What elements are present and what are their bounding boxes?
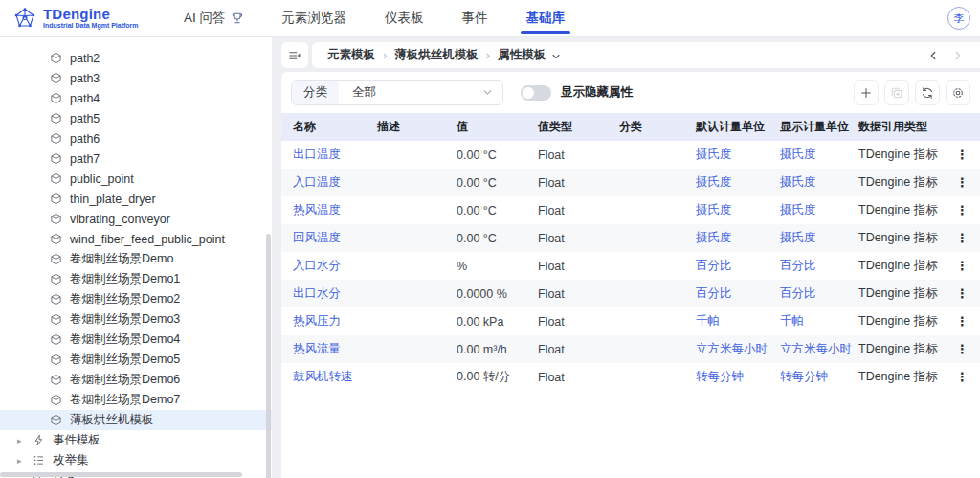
attr-name-link[interactable]: 热风流量 (293, 342, 341, 355)
nav-item-base-library[interactable]: 基础库 (526, 0, 566, 36)
breadcrumb-attribute-templates[interactable]: 属性模板 (498, 47, 546, 63)
sidebar-item-path3[interactable]: path3 (0, 68, 272, 88)
attr-name-link[interactable]: 出口温度 (293, 148, 341, 161)
tree-item-label: 卷烟制丝场景Demo4 (70, 331, 180, 348)
row-actions-menu[interactable]: ⋮ (956, 232, 969, 244)
row-actions-menu[interactable]: ⋮ (956, 343, 969, 355)
attr-value: 0.00 °C (445, 196, 526, 224)
nav-item-dashboards[interactable]: 仪表板 (385, 0, 424, 36)
sidebar-horizontal-scrollbar[interactable] (0, 472, 242, 477)
collapse-sidebar-icon (288, 49, 301, 62)
sidebar-group-enum-sets[interactable]: ▸ 枚举集 (0, 450, 272, 470)
attr-default-unit[interactable]: 转每分钟 (684, 363, 768, 391)
cube-icon (50, 72, 62, 84)
nav-item-ai-qa[interactable]: AI 问答 (184, 0, 244, 36)
attr-display-unit[interactable]: 立方米每小时 (768, 335, 847, 363)
copy-attribute-button[interactable] (884, 80, 909, 105)
attr-default-unit[interactable]: 摄氏度 (684, 169, 768, 196)
category-filter-label: 分类 (292, 81, 339, 104)
sidebar-vertical-scrollbar[interactable] (266, 234, 271, 478)
app-header: TDengine Industrial Data Mgmt Platform A… (0, 0, 980, 37)
attr-value-type: Float (526, 252, 608, 280)
history-forward-icon[interactable] (951, 49, 965, 62)
sidebar-item-demo7[interactable]: 卷烟制丝场景Demo7 (0, 390, 272, 410)
category-filter-value: 全部 (339, 84, 481, 101)
sidebar-item-path6[interactable]: path6 (0, 128, 272, 148)
row-actions-menu[interactable]: ⋮ (956, 204, 969, 216)
table-row: 出口水分 0.0000 % Float 百分比 百分比 TDengine 指标 … (281, 280, 980, 307)
sidebar-item-thin-plate-dryer[interactable]: thin_plate_dryer (0, 189, 272, 209)
attr-default-unit[interactable]: 立方米每小时 (684, 335, 768, 363)
sidebar-item-path7[interactable]: path7 (0, 148, 272, 169)
attr-name-link[interactable]: 出口水分 (293, 286, 341, 300)
attr-default-unit[interactable]: 千帕 (684, 307, 768, 335)
attr-default-unit[interactable]: 摄氏度 (684, 224, 768, 252)
attr-name-link[interactable]: 热风温度 (293, 203, 341, 216)
row-actions-menu[interactable]: ⋮ (956, 287, 969, 300)
attr-display-unit[interactable]: 摄氏度 (768, 196, 847, 224)
nav-item-events[interactable]: 事件 (462, 0, 488, 36)
history-back-icon[interactable] (926, 49, 940, 62)
row-actions-menu[interactable]: ⋮ (956, 176, 969, 189)
row-actions-menu[interactable]: ⋮ (956, 260, 969, 272)
sidebar-item-thin-plate-drying-template[interactable]: 薄板烘丝机模板 (0, 410, 272, 430)
table-settings-button[interactable] (946, 80, 970, 105)
breadcrumb-bar: 元素模板 › 薄板烘丝机模板 › 属性模板 (281, 42, 980, 68)
attr-data-ref-type: TDengine 指标 (847, 252, 945, 280)
attr-display-unit[interactable]: 千帕 (768, 307, 847, 335)
attr-name-link[interactable]: 回风温度 (293, 231, 341, 244)
sidebar-item-demo4[interactable]: 卷烟制丝场景Demo4 (0, 330, 272, 350)
enum-list-icon (33, 454, 45, 467)
sidebar-collapse-button[interactable] (281, 42, 308, 68)
attr-default-unit[interactable]: 摄氏度 (684, 141, 768, 169)
attr-display-unit[interactable]: 摄氏度 (768, 141, 847, 169)
sidebar-item-vibrating-conveyor[interactable]: vibrating_conveyor (0, 209, 272, 229)
cube-icon (50, 213, 62, 225)
sidebar-item-demo6[interactable]: 卷烟制丝场景Demo6 (0, 370, 272, 390)
sidebar-group-event-templates[interactable]: ▸ 事件模板 (0, 430, 272, 450)
sidebar-item-demo5[interactable]: 卷烟制丝场景Demo5 (0, 350, 272, 370)
breadcrumb-element-templates[interactable]: 元素模板 (327, 47, 375, 63)
breadcrumb-template-name[interactable]: 薄板烘丝机模板 (394, 47, 479, 63)
attr-display-unit[interactable]: 摄氏度 (768, 224, 847, 252)
attr-display-unit[interactable]: 转每分钟 (768, 363, 847, 391)
attr-data-ref-type: TDengine 指标 (847, 307, 945, 335)
sidebar-item-wind-fiber-feed-public-point[interactable]: wind_fiber_feed_public_point (0, 229, 272, 249)
attr-name-link[interactable]: 入口温度 (293, 175, 341, 189)
attr-default-unit[interactable]: 百分比 (684, 252, 768, 280)
attr-name-link[interactable]: 鼓风机转速 (293, 370, 353, 383)
attr-name-link[interactable]: 热风压力 (293, 314, 341, 328)
brand-logo[interactable]: TDengine Industrial Data Mgmt Platform (0, 7, 184, 30)
sidebar-item-path5[interactable]: path5 (0, 108, 272, 128)
user-avatar[interactable]: 李 (947, 7, 970, 30)
table-row: 回风温度 0.00 °C Float 摄氏度 摄氏度 TDengine 指标 ⋮ (281, 224, 980, 252)
refresh-button[interactable] (915, 80, 940, 105)
row-actions-menu[interactable]: ⋮ (956, 148, 969, 161)
attr-display-unit[interactable]: 百分比 (768, 280, 847, 307)
attr-name-link[interactable]: 入口水分 (293, 259, 341, 272)
attr-desc (366, 169, 445, 196)
attr-default-unit[interactable]: 百分比 (684, 280, 768, 307)
cube-icon (50, 374, 62, 386)
expand-caret-icon[interactable]: ▸ (17, 436, 25, 445)
attr-display-unit[interactable]: 摄氏度 (768, 169, 847, 196)
sidebar-item-demo1[interactable]: 卷烟制丝场景Demo1 (0, 269, 272, 289)
sidebar-item-public-point[interactable]: public_point (0, 169, 272, 189)
chevron-down-icon[interactable] (550, 51, 562, 62)
attr-display-unit[interactable]: 百分比 (768, 252, 847, 280)
attr-default-unit[interactable]: 摄氏度 (684, 196, 768, 224)
row-actions-menu[interactable]: ⋮ (956, 371, 969, 383)
sidebar-item-demo[interactable]: 卷烟制丝场景Demo (0, 249, 272, 269)
nav-item-label: 基础库 (526, 10, 566, 27)
row-actions-menu[interactable]: ⋮ (956, 315, 969, 328)
nav-item-element-browser[interactable]: 元素浏览器 (282, 0, 347, 36)
expand-caret-icon[interactable]: ▸ (17, 456, 25, 466)
tree-item-label: path6 (70, 132, 100, 146)
category-filter-select[interactable]: 分类 全部 (291, 80, 503, 105)
show-hidden-attributes-toggle[interactable] (521, 85, 551, 101)
sidebar-item-path4[interactable]: path4 (0, 88, 272, 108)
sidebar-item-path2[interactable]: path2 (0, 48, 272, 68)
add-attribute-button[interactable] (854, 80, 879, 105)
sidebar-item-demo2[interactable]: 卷烟制丝场景Demo2 (0, 289, 272, 309)
sidebar-item-demo3[interactable]: 卷烟制丝场景Demo3 (0, 309, 272, 330)
